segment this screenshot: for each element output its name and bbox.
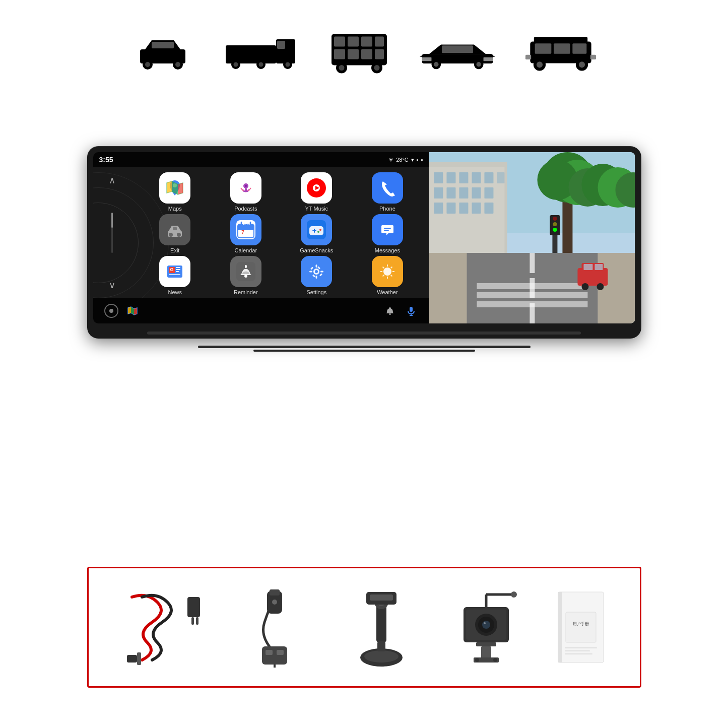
svg-rect-81 — [176, 269, 180, 270]
scroll-down-arrow[interactable]: ∨ — [109, 280, 115, 291]
bottom-left-icons — [103, 303, 141, 319]
svg-point-180 — [364, 650, 399, 663]
status-time: 3:55 — [99, 156, 113, 164]
app-maps[interactable]: Maps — [141, 172, 210, 212]
svg-rect-203 — [565, 653, 592, 654]
svg-point-161 — [581, 283, 588, 290]
svg-rect-110 — [389, 313, 391, 315]
svg-rect-20 — [334, 49, 345, 59]
svg-rect-93 — [309, 271, 312, 273]
svg-rect-199 — [566, 612, 596, 642]
bottom-bar — [93, 298, 429, 323]
svg-point-154 — [553, 217, 557, 221]
svg-rect-109 — [389, 307, 391, 309]
svg-rect-163 — [127, 655, 137, 663]
app-podcasts[interactable]: Podcasts — [212, 172, 280, 212]
svg-point-10 — [233, 62, 238, 67]
svg-rect-92 — [316, 276, 317, 279]
svg-rect-128 — [484, 187, 493, 198]
phone-icon-wrapper — [372, 172, 403, 204]
bell-button[interactable] — [382, 303, 398, 319]
svg-point-162 — [597, 283, 604, 290]
svg-rect-94 — [320, 271, 323, 273]
svg-point-44 — [578, 61, 584, 68]
svg-rect-35 — [483, 57, 493, 61]
reminder-icon-wrapper — [230, 256, 261, 287]
accessory-power-cable — [117, 587, 208, 668]
svg-rect-166 — [191, 617, 194, 625]
svg-rect-120 — [459, 172, 468, 183]
svg-rect-80 — [176, 267, 180, 268]
svg-rect-201 — [565, 647, 597, 648]
svg-text:7: 7 — [241, 230, 244, 235]
status-icons: ☀ 28°C ▾ ▪ ▪ — [388, 157, 423, 163]
calendar-label: Calendar — [234, 247, 257, 253]
svg-rect-160 — [594, 264, 603, 270]
svg-rect-198 — [558, 592, 562, 663]
svg-rect-167 — [196, 617, 198, 625]
svg-point-170 — [272, 600, 277, 605]
settings-icon-wrapper — [301, 256, 332, 287]
app-messages[interactable]: Messages — [353, 214, 422, 253]
podcasts-label: Podcasts — [234, 206, 257, 212]
news-icon-wrapper: G — [159, 256, 190, 287]
svg-rect-132 — [472, 203, 481, 214]
svg-point-2 — [145, 62, 150, 67]
svg-point-27 — [374, 65, 379, 71]
app-exit[interactable]: Exit — [141, 214, 210, 253]
app-settings[interactable]: Settings — [283, 256, 351, 295]
accessory-dashboard-mount — [341, 587, 422, 668]
app-calendar[interactable]: APR 7 Calendar — [212, 214, 280, 253]
scroll-up-arrow[interactable]: ∧ — [109, 175, 115, 186]
svg-rect-8 — [277, 41, 285, 49]
svg-rect-40 — [572, 43, 586, 54]
podcasts-icon-wrapper — [230, 172, 261, 204]
svg-rect-189 — [481, 646, 491, 659]
svg-point-156 — [553, 228, 557, 232]
svg-point-86 — [244, 275, 247, 278]
app-weather[interactable]: Weather — [353, 256, 422, 295]
mic-button[interactable] — [403, 303, 419, 319]
maps-nav-button[interactable] — [124, 303, 141, 319]
svg-rect-76 — [384, 230, 389, 231]
messages-label: Messages — [375, 247, 400, 253]
app-gamesnacks[interactable]: GameSnacks — [283, 214, 351, 253]
device-screen-row: 3:55 ☀ 28°C ▾ ▪ ▪ ∧ — [93, 152, 635, 323]
maps-icon-wrapper — [159, 172, 190, 204]
vehicle-bus — [329, 30, 389, 82]
app-news[interactable]: G News — [141, 256, 210, 295]
svg-rect-173 — [277, 650, 284, 655]
svg-point-32 — [476, 62, 481, 67]
home-button[interactable] — [103, 303, 119, 319]
svg-rect-151 — [530, 303, 535, 323]
app-grid: Maps — [134, 167, 429, 298]
app-reminder[interactable]: Reminder — [212, 256, 280, 295]
bottom-center-icons — [382, 303, 419, 319]
svg-rect-159 — [583, 264, 592, 270]
device-base — [87, 339, 641, 359]
app-phone[interactable]: Phone — [353, 172, 422, 212]
vehicle-truck — [223, 33, 299, 80]
svg-point-186 — [482, 621, 490, 629]
svg-point-90 — [315, 270, 318, 273]
app-ytmusic[interactable]: YT Music — [283, 172, 351, 212]
svg-rect-150 — [530, 278, 535, 298]
svg-rect-71 — [312, 230, 316, 231]
svg-point-187 — [484, 622, 486, 624]
temperature-display: 28°C — [396, 157, 409, 163]
svg-point-100 — [383, 268, 391, 276]
svg-rect-19 — [375, 37, 384, 47]
svg-rect-123 — [497, 172, 504, 183]
home-dot — [109, 309, 113, 313]
svg-rect-38 — [535, 43, 551, 54]
svg-rect-164 — [137, 652, 141, 665]
phone-label: Phone — [379, 206, 395, 212]
base-bar-narrow — [253, 350, 475, 352]
svg-rect-188 — [476, 642, 496, 646]
svg-point-50 — [245, 185, 247, 187]
svg-point-42 — [536, 61, 542, 68]
svg-text:G: G — [170, 267, 174, 272]
weather-icon-wrapper — [372, 256, 403, 287]
svg-rect-125 — [446, 187, 455, 198]
svg-rect-121 — [472, 172, 481, 183]
